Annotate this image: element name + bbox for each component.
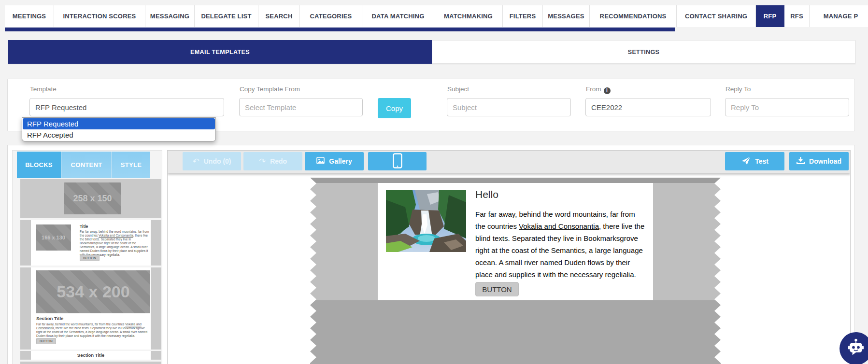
copy-from-field-group: Copy Template From bbox=[239, 79, 363, 118]
subject-input[interactable] bbox=[447, 98, 571, 116]
from-input[interactable] bbox=[585, 98, 711, 116]
test-button[interactable]: Test bbox=[725, 152, 784, 170]
block-thumb-section-title[interactable]: Section Title bbox=[20, 351, 161, 360]
block-thumb-image[interactable]: 258 x 150 bbox=[20, 179, 161, 218]
redo-label: Redo bbox=[270, 157, 287, 165]
from-field-group: Fromi bbox=[585, 79, 711, 118]
undo-label: Undo (0) bbox=[204, 157, 231, 165]
nav-tab-matchmaking[interactable]: MATCHMAKING bbox=[434, 5, 503, 27]
undo-button[interactable]: ↶ Undo (0) bbox=[183, 152, 241, 170]
chatbot-launcher-button[interactable] bbox=[840, 332, 868, 364]
redo-icon: ↷ bbox=[259, 156, 266, 166]
nav-tab-interaction-scores[interactable]: INTERACTION SCORES bbox=[54, 5, 145, 27]
lorem-link: Vokalia and Consonantia bbox=[99, 234, 133, 237]
lorem-after: , there live the blind texts. Separated … bbox=[80, 234, 148, 256]
block-thumb-image-text[interactable]: 166 x 130 Title Far far away, behind the… bbox=[20, 220, 161, 266]
active-section-underline bbox=[5, 28, 675, 31]
app-screen: MEETINGS INTERACTION SCORES MESSAGING DE… bbox=[0, 0, 868, 364]
block-body-text: Far far away, behind the word mountains,… bbox=[80, 230, 150, 257]
email-body-text[interactable]: Far far away, behind the word mountains,… bbox=[475, 208, 646, 280]
subject-field-group: Subject bbox=[447, 79, 571, 118]
nav-tab-meetings[interactable]: MEETINGS bbox=[5, 5, 54, 27]
nav-tab-messages[interactable]: MESSAGES bbox=[543, 5, 590, 27]
dropdown-option-rfp-requested[interactable]: RFP Requested bbox=[23, 118, 215, 129]
email-canvas[interactable]: Hello Far far away, behind the word moun… bbox=[168, 173, 850, 364]
undo-icon: ↶ bbox=[192, 156, 199, 166]
download-label: Download bbox=[809, 157, 841, 165]
nav-tab-filters[interactable]: FILTERS bbox=[503, 5, 543, 27]
template-top-strip bbox=[310, 178, 721, 183]
block-title: Section Title bbox=[20, 352, 161, 358]
nav-tab-search[interactable]: SEARCH bbox=[258, 5, 300, 27]
image-placeholder: 534 x 200 bbox=[36, 270, 150, 313]
block-rail bbox=[20, 220, 31, 266]
block-rail bbox=[20, 267, 31, 350]
nav-tab-data-matching[interactable]: DATA MATCHING bbox=[362, 5, 434, 27]
nav-tab-delegate-list[interactable]: DELEGATE LIST bbox=[195, 5, 258, 27]
info-icon: i bbox=[604, 87, 611, 94]
nav-tab-messaging[interactable]: MESSAGING bbox=[145, 5, 195, 27]
block-button: BUTTON bbox=[36, 338, 56, 344]
email-cta-button[interactable]: BUTTON bbox=[475, 282, 519, 296]
nav-tab-manage-p[interactable]: MANAGE P bbox=[810, 5, 868, 27]
nav-tab-recommendations[interactable]: RECOMMENDATIONS bbox=[590, 5, 677, 27]
from-label: Fromi bbox=[586, 85, 611, 94]
template-background: Hello Far far away, behind the word moun… bbox=[310, 178, 721, 364]
tab-blocks[interactable]: BLOCKS bbox=[17, 152, 61, 178]
subject-label: Subject bbox=[447, 85, 469, 93]
template-select[interactable] bbox=[29, 98, 224, 116]
torn-edge-left bbox=[310, 178, 316, 364]
copy-from-label: Copy Template From bbox=[240, 85, 300, 93]
tab-email-templates[interactable]: EMAIL TEMPLATES bbox=[8, 40, 432, 64]
image-placeholder: 258 x 150 bbox=[64, 182, 121, 214]
email-heading[interactable]: Hello bbox=[475, 189, 498, 200]
block-title: Section Title bbox=[36, 316, 63, 321]
tab-content[interactable]: CONTENT bbox=[61, 152, 112, 178]
torn-edge-right bbox=[714, 178, 721, 364]
nav-tab-rfs[interactable]: RFS bbox=[784, 5, 810, 27]
mobile-preview-button[interactable] bbox=[368, 152, 427, 170]
lorem-after: , there live the blind texts. Separated … bbox=[475, 222, 644, 279]
block-thumb-section[interactable]: 534 x 200 Section Title Far far away, be… bbox=[20, 267, 161, 350]
lorem-before: Far far away, behind the word mountains,… bbox=[36, 322, 125, 326]
mobile-phone-icon bbox=[393, 153, 402, 170]
reply-to-label: Reply To bbox=[726, 85, 751, 93]
email-content-block[interactable]: Hello Far far away, behind the word moun… bbox=[378, 183, 653, 300]
gallery-button[interactable]: Gallery bbox=[305, 152, 364, 170]
email-editor-panel: BLOCKS CONTENT STYLE 258 x 150 166 x 130… bbox=[7, 145, 855, 364]
template-field-group: Template bbox=[29, 79, 224, 118]
copy-button[interactable]: Copy bbox=[378, 98, 411, 118]
sub-navigation: EMAIL TEMPLATES SETTINGS bbox=[8, 40, 855, 64]
nav-tab-contact-sharing[interactable]: CONTACT SHARING bbox=[677, 5, 756, 27]
download-button[interactable]: Download bbox=[789, 152, 849, 170]
block-body-text: Far far away, behind the word mountains,… bbox=[36, 322, 150, 338]
lorem-link[interactable]: Vokalia and Consonantia bbox=[519, 222, 599, 230]
copy-from-select[interactable] bbox=[239, 98, 363, 116]
gallery-label: Gallery bbox=[329, 157, 352, 165]
image-placeholder: 166 x 130 bbox=[36, 224, 71, 251]
reply-to-field-group: Reply To bbox=[725, 79, 849, 118]
from-label-text: From bbox=[586, 85, 601, 93]
robot-icon bbox=[845, 337, 867, 360]
editor-main-area: ↶ Undo (0) ↷ Redo Gallery bbox=[167, 150, 851, 364]
gallery-icon bbox=[316, 157, 325, 166]
reply-to-input[interactable] bbox=[725, 98, 849, 116]
nav-tab-rfp[interactable]: RFP bbox=[756, 5, 784, 27]
test-label: Test bbox=[755, 157, 768, 165]
block-thumb-partial[interactable] bbox=[20, 362, 161, 364]
redo-button[interactable]: ↷ Redo bbox=[243, 152, 302, 170]
nav-tab-categories[interactable]: CATEGORIES bbox=[300, 5, 362, 27]
tab-style[interactable]: STYLE bbox=[112, 152, 150, 178]
block-button: BUTTON bbox=[80, 255, 100, 261]
sidebar-tabs: BLOCKS CONTENT STYLE bbox=[17, 152, 151, 178]
block-rail bbox=[151, 267, 161, 350]
template-label: Template bbox=[30, 85, 57, 93]
download-icon bbox=[797, 157, 805, 166]
tab-settings[interactable]: SETTINGS bbox=[432, 40, 855, 64]
block-title: Title bbox=[80, 224, 88, 229]
template-dropdown-list: RFP Requested RFP Accepted bbox=[22, 117, 216, 141]
editor-toolbar: ↶ Undo (0) ↷ Redo Gallery bbox=[168, 151, 850, 173]
waterfall-landscape-photo[interactable] bbox=[386, 190, 466, 252]
template-footer-background bbox=[310, 300, 721, 364]
dropdown-option-rfp-accepted[interactable]: RFP Accepted bbox=[23, 129, 215, 140]
